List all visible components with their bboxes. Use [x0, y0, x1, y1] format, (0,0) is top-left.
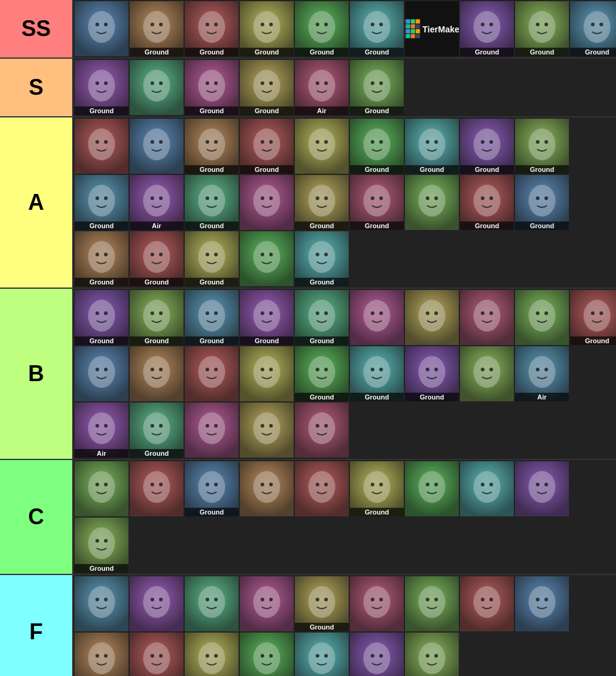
char-cell[interactable]: [405, 576, 459, 631]
char-cell[interactable]: [240, 403, 294, 458]
char-cell[interactable]: Air: [295, 60, 349, 115]
char-cell[interactable]: Ground: [130, 290, 184, 345]
char-cell[interactable]: Ground: [240, 290, 294, 345]
char-cell[interactable]: Ground: [295, 346, 349, 401]
char-cell[interactable]: [295, 119, 349, 174]
char-cell[interactable]: Ground: [460, 175, 514, 230]
svg-point-31: [544, 23, 548, 26]
char-cell[interactable]: Ground: [75, 60, 128, 115]
char-cell[interactable]: Ground: [75, 175, 128, 230]
char-cell[interactable]: [75, 633, 128, 676]
char-cell[interactable]: Ground: [240, 1, 294, 56]
char-cell[interactable]: [130, 576, 184, 631]
char-cell[interactable]: Ground: [75, 518, 128, 573]
char-cell[interactable]: Ground: [185, 60, 239, 115]
char-cell[interactable]: [75, 576, 128, 631]
char-cell[interactable]: Ground: [295, 1, 349, 56]
char-cell[interactable]: [75, 119, 128, 174]
char-cell[interactable]: [185, 576, 239, 631]
char-cell[interactable]: [240, 231, 294, 286]
svg-point-170: [316, 311, 319, 315]
char-cell[interactable]: Ground: [515, 1, 569, 56]
char-cell[interactable]: [350, 576, 404, 631]
svg-point-227: [544, 368, 548, 371]
char-cell[interactable]: [130, 346, 184, 401]
char-cell[interactable]: Ground: [350, 1, 404, 56]
char-cell[interactable]: Ground: [130, 1, 184, 56]
char-cell[interactable]: Ground: [350, 346, 404, 401]
char-cell[interactable]: [515, 290, 569, 345]
char-cell[interactable]: [350, 290, 404, 345]
char-cell[interactable]: [130, 119, 184, 174]
char-cell[interactable]: Ground: [185, 175, 239, 230]
char-cell[interactable]: Ground: [405, 346, 459, 401]
char-cell[interactable]: Ground: [570, 290, 616, 345]
char-cell[interactable]: Ground: [185, 1, 239, 56]
char-cell[interactable]: Ground: [185, 231, 239, 286]
char-cell[interactable]: [460, 346, 514, 401]
char-cell[interactable]: [240, 461, 294, 516]
char-cell[interactable]: Ground: [240, 60, 294, 115]
char-cell[interactable]: Ground: [515, 175, 569, 230]
char-cell[interactable]: [295, 461, 349, 516]
svg-point-262: [261, 483, 264, 486]
char-cell[interactable]: [75, 1, 128, 56]
char-cell[interactable]: [405, 633, 459, 676]
char-cell[interactable]: [515, 461, 569, 516]
char-cell[interactable]: Ground: [460, 1, 514, 56]
svg-point-175: [379, 311, 383, 315]
char-cell[interactable]: Ground: [75, 231, 128, 286]
char-cell[interactable]: Ground: [350, 119, 404, 174]
char-cell[interactable]: Ground: [460, 119, 514, 174]
char-cell[interactable]: [405, 461, 459, 516]
char-cell[interactable]: [515, 576, 569, 631]
char-cell[interactable]: [185, 403, 239, 458]
char-cell[interactable]: [240, 175, 294, 230]
char-cell[interactable]: [295, 403, 349, 458]
char-cell[interactable]: Ground: [515, 119, 569, 174]
char-cell[interactable]: [295, 633, 349, 676]
char-cell[interactable]: Ground: [350, 461, 404, 516]
char-cell[interactable]: Ground: [185, 119, 239, 174]
char-cell[interactable]: Ground: [295, 175, 349, 230]
char-cell[interactable]: Ground: [240, 119, 294, 174]
char-cell[interactable]: Ground: [350, 175, 404, 230]
char-cell[interactable]: [460, 461, 514, 516]
char-cell[interactable]: Ground: [405, 119, 459, 174]
char-cell[interactable]: [405, 290, 459, 345]
char-cell[interactable]: Air: [515, 346, 569, 401]
char-cell[interactable]: [350, 633, 404, 676]
char-cell[interactable]: Ground: [350, 60, 404, 115]
char-cell[interactable]: Ground: [295, 231, 349, 286]
char-cell[interactable]: [130, 461, 184, 516]
char-cell[interactable]: Air: [130, 175, 184, 230]
char-cell[interactable]: Ground: [295, 290, 349, 345]
svg-point-253: [143, 471, 170, 503]
svg-point-234: [150, 424, 154, 428]
char-cell[interactable]: [460, 576, 514, 631]
char-cell[interactable]: [75, 346, 128, 401]
svg-point-281: [529, 471, 555, 503]
char-cell[interactable]: Ground: [570, 1, 616, 56]
char-cell[interactable]: Ground: [295, 576, 349, 631]
char-cell[interactable]: TierMaker: [405, 1, 459, 56]
char-cell[interactable]: Ground: [130, 231, 184, 286]
char-cell[interactable]: Ground: [185, 461, 239, 516]
svg-point-91: [489, 140, 493, 144]
char-cell[interactable]: [185, 346, 239, 401]
char-cell[interactable]: Ground: [75, 290, 128, 345]
char-cell[interactable]: [130, 633, 184, 676]
char-cell[interactable]: Ground: [130, 403, 184, 458]
char-cell[interactable]: [240, 633, 294, 676]
svg-point-111: [269, 196, 273, 200]
char-cell[interactable]: [240, 576, 294, 631]
char-cell[interactable]: [185, 633, 239, 676]
char-cell[interactable]: Air: [75, 403, 128, 458]
svg-point-30: [536, 23, 540, 26]
char-cell[interactable]: [405, 175, 459, 230]
char-cell[interactable]: [460, 290, 514, 345]
char-cell[interactable]: [130, 60, 184, 115]
char-cell[interactable]: [240, 346, 294, 401]
char-cell[interactable]: [75, 461, 128, 516]
char-cell[interactable]: Ground: [185, 290, 239, 345]
